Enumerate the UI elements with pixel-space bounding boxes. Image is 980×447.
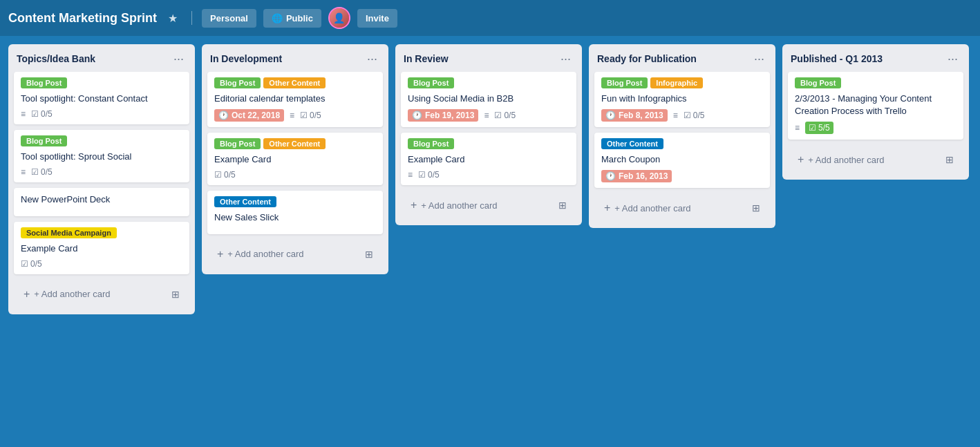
label-blog-post: Blog Post bbox=[21, 135, 67, 146]
add-card-label: + Add another card bbox=[614, 203, 690, 213]
card-title: Example Card bbox=[214, 153, 376, 166]
list-footer-ready: + + Add another card ⊞ bbox=[589, 193, 775, 228]
checklist-count: ☑ 0/5 bbox=[31, 167, 53, 177]
card-title: March Coupon bbox=[601, 153, 763, 166]
plus-icon: + bbox=[23, 288, 30, 301]
checklist-count: ☑ 0/5 bbox=[21, 259, 42, 269]
check-icon: ☑ bbox=[494, 111, 502, 120]
clock-icon: 🕐 bbox=[412, 111, 422, 120]
card-meta: 🕐 Feb 8, 2013 ≡ ☑ 0/5 bbox=[601, 109, 763, 122]
template-icon: ⊞ bbox=[945, 154, 954, 165]
list-cards-ready: Blog Post Infographic Fun with Infograph… bbox=[589, 72, 775, 193]
list-review: In Review ··· Blog Post Using Social Med… bbox=[395, 44, 582, 225]
card-meta: 🕐 Feb 19, 2013 ≡ ☑ 0/5 bbox=[408, 109, 569, 122]
list-ready: Ready for Publication ··· Blog Post Info… bbox=[589, 44, 775, 228]
due-date-badge: 🕐 Oct 22, 2018 bbox=[214, 109, 284, 122]
card-labels: Blog Post Infographic bbox=[601, 77, 763, 88]
description-icon: ≡ bbox=[673, 111, 678, 120]
card-labels: Blog Post bbox=[408, 77, 569, 88]
list-menu-dev[interactable]: ··· bbox=[364, 51, 380, 66]
card-c12[interactable]: Blog Post 2/3/2013 - Managing Your Conte… bbox=[788, 72, 963, 140]
list-title-ready: Ready for Publication bbox=[597, 53, 697, 64]
list-header-published: Published - Q1 2013 ··· bbox=[782, 44, 969, 72]
list-title-review: In Review bbox=[404, 53, 449, 64]
list-menu-review[interactable]: ··· bbox=[558, 51, 574, 66]
description-icon: ≡ bbox=[21, 167, 26, 177]
card-title: New Sales Slick bbox=[214, 211, 376, 224]
card-c10[interactable]: Blog Post Infographic Fun with Infograph… bbox=[594, 72, 770, 127]
description-icon: ≡ bbox=[21, 109, 26, 119]
add-card-label: + Add another card bbox=[808, 155, 884, 165]
card-c11[interactable]: Other Content March Coupon 🕐 Feb 16, 201… bbox=[594, 133, 770, 188]
card-title: Example Card bbox=[408, 153, 569, 166]
add-card-button-ready[interactable]: + + Add another card ⊞ bbox=[597, 196, 767, 220]
label-infographic: Infographic bbox=[650, 77, 703, 88]
personal-button[interactable]: Personal bbox=[202, 9, 256, 28]
card-c8[interactable]: Blog Post Using Social Media in B2B 🕐 Fe… bbox=[401, 72, 576, 127]
add-card-button-dev[interactable]: + + Add another card ⊞ bbox=[210, 242, 380, 266]
list-header-ready: Ready for Publication ··· bbox=[589, 44, 775, 72]
list-cards-dev: Blog Post Other Content Editorial calend… bbox=[202, 72, 388, 240]
card-labels: Blog Post Other Content bbox=[214, 77, 376, 88]
invite-button[interactable]: Invite bbox=[357, 9, 397, 28]
list-menu-ready[interactable]: ··· bbox=[751, 51, 767, 66]
list-footer-review: + + Add another card ⊞ bbox=[395, 191, 582, 225]
card-meta: ☑ 0/5 bbox=[21, 259, 182, 269]
due-date-badge: 🕐 Feb 16, 2013 bbox=[601, 170, 672, 182]
list-menu-topics[interactable]: ··· bbox=[171, 51, 187, 66]
label-other-content: Other Content bbox=[263, 138, 326, 149]
check-icon: ☑ bbox=[809, 123, 816, 133]
card-c4[interactable]: Social Media Campaign Example Card ☑ 0/5 bbox=[14, 222, 189, 274]
label-blog-post: Blog Post bbox=[601, 77, 648, 88]
card-title: New PowerPoint Deck bbox=[21, 193, 182, 206]
card-c3[interactable]: New PowerPoint Deck bbox=[14, 188, 189, 216]
label-blog-post: Blog Post bbox=[795, 77, 841, 88]
add-card-label: + Add another card bbox=[34, 289, 110, 299]
plus-icon: + bbox=[604, 202, 610, 214]
star-button[interactable]: ★ bbox=[164, 9, 182, 28]
card-labels: Blog Post bbox=[795, 77, 957, 88]
add-card-button-published[interactable]: + + Add another card ⊞ bbox=[791, 148, 961, 171]
add-card-button-topics[interactable]: + + Add another card ⊞ bbox=[17, 283, 187, 306]
card-labels: Blog Post bbox=[21, 77, 182, 88]
board: Topics/Idea Bank ··· Blog Post Tool spot… bbox=[0, 36, 980, 323]
card-title: 2/3/2013 - Managing Your Content Creatio… bbox=[795, 93, 957, 117]
card-c9[interactable]: Blog Post Example Card ≡ ☑ 0/5 bbox=[401, 133, 576, 185]
card-labels: Other Content bbox=[214, 196, 376, 207]
check-icon: ☑ bbox=[684, 111, 691, 120]
card-c5[interactable]: Blog Post Other Content Editorial calend… bbox=[207, 72, 383, 127]
card-labels: Blog Post bbox=[21, 135, 182, 146]
card-c1[interactable]: Blog Post Tool spotlight: Constant Conta… bbox=[14, 72, 189, 124]
list-header-review: In Review ··· bbox=[395, 44, 582, 72]
add-card-label: + Add another card bbox=[421, 200, 497, 211]
list-cards-review: Blog Post Using Social Media in B2B 🕐 Fe… bbox=[395, 72, 582, 191]
avatar-image: 👤 bbox=[330, 8, 349, 28]
checklist-count-complete: ☑ 5/5 bbox=[805, 122, 833, 134]
checklist-count: ☑ 0/5 bbox=[684, 111, 705, 120]
card-labels: Blog Post Other Content bbox=[214, 138, 376, 149]
card-meta: 🕐 Feb 16, 2013 bbox=[601, 170, 763, 182]
card-c2[interactable]: Blog Post Tool spotlight: Sprout Social … bbox=[14, 130, 189, 182]
add-card-label: + Add another card bbox=[227, 249, 303, 259]
list-topics: Topics/Idea Bank ··· Blog Post Tool spot… bbox=[8, 44, 195, 314]
due-date-badge: 🕐 Feb 19, 2013 bbox=[408, 109, 478, 122]
avatar[interactable]: 👤 bbox=[328, 7, 350, 29]
check-icon: ☑ bbox=[418, 170, 426, 180]
clock-icon: 🕐 bbox=[605, 111, 616, 120]
label-other-content: Other Content bbox=[263, 77, 326, 88]
add-card-button-review[interactable]: + + Add another card ⊞ bbox=[404, 193, 574, 217]
check-icon: ☑ bbox=[31, 167, 39, 177]
card-meta: ≡ ☑ 5/5 bbox=[795, 122, 957, 134]
label-blog-post: Blog Post bbox=[21, 77, 67, 88]
template-icon: ⊞ bbox=[365, 249, 373, 260]
list-title-dev: In Development bbox=[210, 53, 282, 64]
list-menu-published[interactable]: ··· bbox=[945, 51, 961, 66]
public-button[interactable]: 🌐 Public bbox=[263, 9, 321, 28]
card-meta: 🕐 Oct 22, 2018 ≡ ☑ 0/5 bbox=[214, 109, 376, 122]
plus-icon: + bbox=[411, 199, 417, 211]
card-c6[interactable]: Blog Post Other Content Example Card ☑ 0… bbox=[207, 133, 383, 185]
invite-label: Invite bbox=[366, 13, 389, 23]
label-blog-post: Blog Post bbox=[214, 138, 261, 149]
card-c7[interactable]: Other Content New Sales Slick bbox=[207, 191, 383, 234]
globe-icon: 🌐 bbox=[272, 13, 283, 23]
